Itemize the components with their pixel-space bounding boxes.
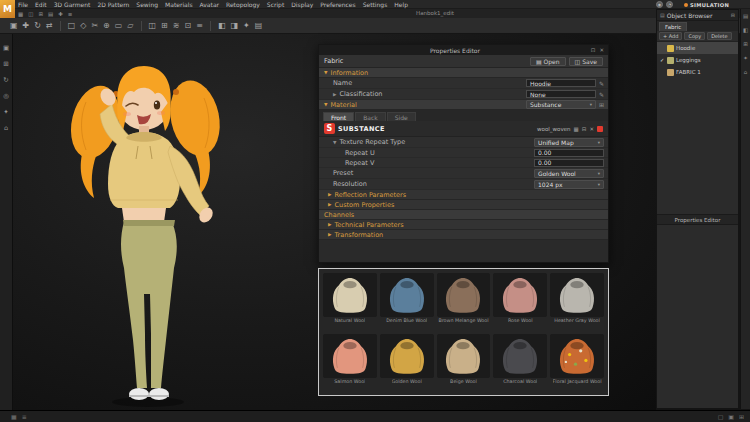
- tool-icon[interactable]: ▭: [115, 21, 123, 30]
- tool-icon[interactable]: ⊞: [161, 21, 168, 30]
- status-icon[interactable]: ▢: [718, 413, 724, 420]
- substance-color-chip[interactable]: [597, 126, 603, 132]
- preset-thumbnail[interactable]: Golden Wool: [380, 334, 434, 392]
- left-tool-icon[interactable]: ◎: [3, 92, 9, 100]
- edit-pencil-icon[interactable]: ✎: [599, 91, 604, 98]
- section-information[interactable]: ▼ Information: [319, 68, 608, 78]
- delete-button[interactable]: Delete: [707, 32, 731, 40]
- menu-item-avatar[interactable]: Avatar: [200, 1, 219, 8]
- panel-toggle-icon[interactable]: ▤: [743, 13, 748, 19]
- tool-icon[interactable]: ✦: [243, 21, 250, 30]
- material-add-icon[interactable]: ⊞: [599, 101, 604, 108]
- menu-item-settings[interactable]: Settings: [363, 1, 388, 8]
- menu-item-3d-garment[interactable]: 3D Garment: [54, 1, 91, 8]
- remove-icon[interactable]: ✕: [589, 126, 594, 132]
- status-icon[interactable]: ⊞: [739, 413, 744, 420]
- preset-thumbnail[interactable]: Denim Blue Wool: [380, 273, 434, 331]
- preset-thumbnail[interactable]: Rose Wool: [493, 273, 547, 331]
- save-button[interactable]: ◫ Save: [569, 57, 603, 66]
- name-input[interactable]: Hoodie: [526, 79, 596, 87]
- object-browser-header[interactable]: ▤ Object Browser ⊟: [657, 10, 738, 21]
- tool-icon[interactable]: ◨: [230, 21, 238, 30]
- list-item[interactable]: FABRIC 1: [657, 66, 738, 78]
- preset-thumbnail[interactable]: Heather Gray Wool: [550, 273, 604, 331]
- status-icon[interactable]: ≡: [22, 413, 27, 420]
- menu-item-retopology[interactable]: Retopology: [226, 1, 260, 8]
- preset-thumbnail[interactable]: Salmon Wool: [323, 334, 377, 392]
- left-tool-icon[interactable]: ⊞: [3, 60, 8, 68]
- add-button[interactable]: + Add: [659, 32, 682, 40]
- status-icon[interactable]: ▦: [11, 413, 17, 420]
- tool-icon[interactable]: ↻: [34, 21, 41, 30]
- menu-item-materials[interactable]: Materials: [165, 1, 193, 8]
- tab-front[interactable]: Front: [323, 112, 354, 121]
- status-icon[interactable]: ▣: [728, 413, 734, 420]
- preset-thumbnail[interactable]: Brown Melange Wool: [437, 273, 491, 331]
- section-technical-parameters[interactable]: ▶ Technical Parameters: [319, 220, 608, 230]
- notification-icon[interactable]: ◔: [666, 1, 673, 8]
- copy-button[interactable]: Copy: [684, 32, 705, 40]
- menu-item-sewing[interactable]: Sewing: [136, 1, 158, 8]
- tab-fabric[interactable]: Fabric: [659, 22, 687, 31]
- panel-toggle-icon[interactable]: ⌂: [744, 69, 748, 75]
- grid-icon[interactable]: ▦: [574, 126, 579, 132]
- repeat-v-input[interactable]: 0.00: [534, 159, 604, 167]
- user-avatar-icon[interactable]: ◉: [656, 1, 663, 8]
- list-item[interactable]: Hoodie: [657, 42, 738, 54]
- tool-icon[interactable]: ⊡: [184, 21, 191, 30]
- menu-item-file[interactable]: File: [18, 1, 28, 8]
- section-transformation[interactable]: ▶ Transformation: [319, 230, 608, 240]
- tool-icon[interactable]: ◧: [218, 21, 226, 30]
- menu-item-edit[interactable]: Edit: [35, 1, 47, 8]
- collapse-icon[interactable]: ⊟: [731, 12, 735, 18]
- left-tool-icon[interactable]: ↻: [3, 76, 8, 84]
- quick-icon[interactable]: ◫: [28, 11, 33, 17]
- panel-toggle-icon[interactable]: ⊞: [743, 41, 748, 47]
- tool-icon[interactable]: ✚: [23, 21, 30, 30]
- preset-thumbnail[interactable]: Charcoal Wool: [493, 334, 547, 392]
- menu-item-2d-pattern[interactable]: 2D Pattern: [97, 1, 129, 8]
- list-item[interactable]: ✓ Leggings: [657, 54, 738, 66]
- menu-item-display[interactable]: Display: [291, 1, 313, 8]
- tool-icon[interactable]: ⊕: [103, 21, 110, 30]
- menu-item-preferences[interactable]: Preferences: [320, 1, 355, 8]
- tool-icon[interactable]: ◫: [149, 21, 157, 30]
- section-material[interactable]: ▼ Material Substance ▾ ⊞: [319, 100, 608, 110]
- tool-icon[interactable]: □: [68, 21, 76, 30]
- close-icon[interactable]: ✕: [599, 47, 604, 53]
- quick-icon[interactable]: ⊞: [38, 11, 43, 17]
- quick-icon[interactable]: ≡: [68, 11, 73, 17]
- texture-repeat-dropdown[interactable]: Unified Map ▾: [534, 138, 604, 147]
- tool-icon[interactable]: ✂: [91, 21, 98, 30]
- preset-dropdown[interactable]: Golden Wool ▾: [534, 169, 604, 178]
- tab-side[interactable]: Side: [387, 112, 416, 121]
- preset-thumbnail[interactable]: Beige Wool: [437, 334, 491, 392]
- tool-icon[interactable]: ≡: [196, 21, 203, 30]
- section-reflection-parameters[interactable]: ▶ Reflection Parameters: [319, 190, 608, 200]
- quick-icon[interactable]: ▤: [48, 11, 53, 17]
- section-custom-properties[interactable]: ▶ Custom Properties: [319, 200, 608, 210]
- edit-pencil-icon[interactable]: ✎: [599, 80, 604, 87]
- menu-item-script[interactable]: Script: [267, 1, 284, 8]
- left-tool-icon[interactable]: ✦: [3, 108, 8, 116]
- classification-value[interactable]: None: [526, 90, 596, 98]
- tool-icon[interactable]: ⇄: [46, 21, 53, 30]
- resolution-dropdown[interactable]: 1024 px ▾: [534, 180, 604, 189]
- panel-toggle-icon[interactable]: ◧: [743, 27, 748, 33]
- tool-icon[interactable]: ▣: [10, 21, 18, 30]
- tool-icon[interactable]: ◇: [80, 21, 86, 30]
- panel-toggle-icon[interactable]: ✦: [743, 55, 748, 61]
- pin-icon[interactable]: ⊡: [591, 47, 596, 53]
- docked-properties-editor-header[interactable]: Properties Editor: [657, 214, 738, 225]
- preset-thumbnail[interactable]: Floral Jacquard Wool: [550, 334, 604, 392]
- menu-item-help[interactable]: Help: [394, 1, 408, 8]
- properties-editor-titlebar[interactable]: Properties Editor ⊡ ✕: [319, 45, 608, 55]
- tool-icon[interactable]: ▤: [255, 21, 263, 30]
- open-button[interactable]: ▤ Open: [530, 57, 566, 66]
- left-tool-icon[interactable]: ⌂: [4, 124, 8, 132]
- tab-back[interactable]: Back: [355, 112, 386, 121]
- repeat-u-input[interactable]: 0.00: [534, 149, 604, 157]
- quick-icon[interactable]: ▦: [18, 11, 23, 17]
- left-tool-icon[interactable]: ▣: [3, 44, 9, 52]
- material-type-dropdown[interactable]: Substance ▾: [526, 100, 596, 109]
